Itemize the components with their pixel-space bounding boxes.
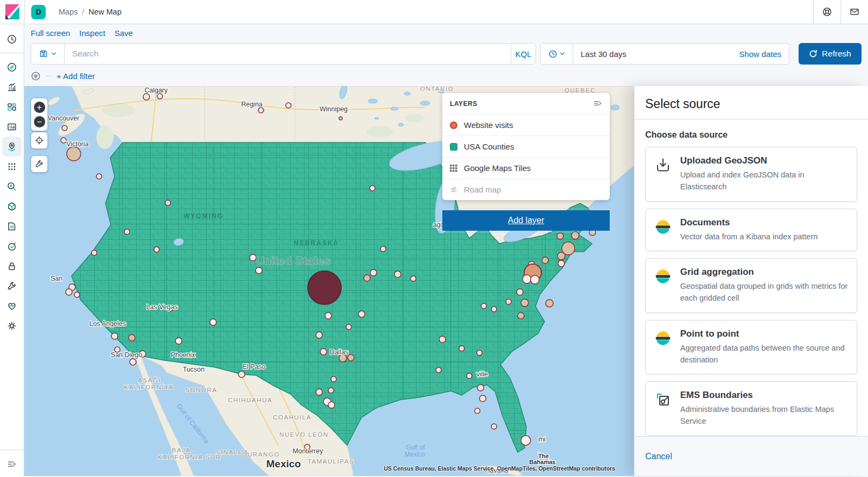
draw-tools-button[interactable] bbox=[31, 156, 47, 172]
website-visit-marker[interactable] bbox=[477, 350, 482, 355]
zoom-out-button[interactable]: − bbox=[31, 115, 47, 129]
website-visit-marker[interactable] bbox=[411, 276, 416, 281]
show-dates-button[interactable]: Show dates bbox=[739, 49, 789, 59]
website-visit-marker[interactable] bbox=[491, 424, 497, 429]
sidebar-item-dashboard[interactable] bbox=[2, 97, 22, 117]
kql-language-button[interactable]: KQL bbox=[511, 44, 535, 64]
website-visit-marker[interactable] bbox=[316, 389, 322, 395]
website-visit-marker[interactable] bbox=[531, 275, 539, 284]
website-visit-marker[interactable] bbox=[74, 292, 80, 297]
add-layer-button[interactable]: Add layer bbox=[442, 210, 610, 231]
website-visit-marker[interactable] bbox=[546, 300, 553, 307]
website-visit-marker[interactable] bbox=[286, 103, 291, 108]
website-visit-marker[interactable] bbox=[129, 334, 135, 341]
sidebar-item-visualize[interactable] bbox=[2, 77, 22, 97]
website-visit-marker[interactable] bbox=[130, 359, 136, 365]
website-visit-marker[interactable] bbox=[521, 436, 531, 445]
layer-row[interactable]: USA Counties bbox=[442, 136, 610, 157]
website-visit-marker[interactable] bbox=[250, 254, 256, 261]
website-visit-marker[interactable] bbox=[258, 108, 264, 113]
add-filter-button[interactable]: + Add filter bbox=[57, 72, 95, 81]
website-visit-marker[interactable] bbox=[558, 260, 564, 267]
website-visit-marker[interactable] bbox=[346, 324, 351, 330]
sidebar-item-monitoring[interactable] bbox=[2, 296, 22, 316]
sidebar-item-machine-learning[interactable] bbox=[2, 156, 22, 176]
website-visit-marker[interactable] bbox=[479, 395, 486, 402]
website-visit-marker[interactable] bbox=[157, 94, 163, 99]
website-visit-marker[interactable] bbox=[370, 186, 375, 191]
inspect-button[interactable]: Inspect bbox=[79, 29, 105, 38]
layer-row[interactable]: Google Maps Tiles bbox=[442, 157, 610, 179]
full-screen-button[interactable]: Full screen bbox=[31, 29, 70, 38]
website-visit-marker[interactable] bbox=[481, 303, 486, 309]
website-visit-marker[interactable] bbox=[506, 299, 511, 304]
website-visit-marker[interactable] bbox=[459, 346, 464, 351]
breadcrumb-maps[interactable]: Maps bbox=[59, 8, 77, 16]
newsfeed-button[interactable] bbox=[841, 0, 868, 24]
data-source-card[interactable]: Uploaded GeoJSONUpload and index GeoJSON… bbox=[645, 147, 857, 202]
website-visit-marker[interactable] bbox=[436, 367, 441, 373]
layer-row[interactable]: Website visits bbox=[442, 114, 610, 136]
zoom-in-button[interactable]: + bbox=[31, 100, 47, 115]
website-visit-marker[interactable] bbox=[523, 275, 531, 283]
collapse-nav-button[interactable] bbox=[2, 454, 22, 474]
data-source-card[interactable]: Point to pointAggregated data paths betw… bbox=[645, 320, 857, 375]
sidebar-item-canvas[interactable] bbox=[2, 117, 22, 137]
website-visit-marker[interactable] bbox=[517, 289, 523, 295]
save-button[interactable]: Save bbox=[115, 29, 133, 38]
set-view-button[interactable] bbox=[31, 132, 47, 148]
website-visit-marker[interactable] bbox=[348, 354, 354, 361]
sidebar-item-maps[interactable] bbox=[2, 137, 22, 156]
website-visit-marker[interactable] bbox=[328, 402, 335, 408]
website-visit-marker[interactable] bbox=[542, 257, 548, 264]
website-visit-marker[interactable] bbox=[467, 373, 472, 379]
sidebar-item-dev-tools[interactable] bbox=[2, 276, 22, 296]
website-visit-marker[interactable] bbox=[380, 246, 386, 252]
website-visit-marker[interactable] bbox=[364, 275, 370, 281]
website-visit-marker[interactable] bbox=[96, 174, 102, 179]
time-quick-select-button[interactable] bbox=[541, 44, 573, 64]
website-visit-marker[interactable] bbox=[165, 200, 171, 205]
refresh-button[interactable]: Refresh bbox=[799, 43, 862, 65]
website-visit-marker[interactable] bbox=[562, 242, 575, 255]
website-visit-marker[interactable] bbox=[571, 232, 579, 239]
website-visit-marker[interactable] bbox=[557, 233, 563, 239]
sidebar-item-uptime[interactable] bbox=[2, 236, 22, 256]
filter-icon[interactable] bbox=[31, 71, 41, 81]
website-visit-marker[interactable] bbox=[370, 269, 377, 276]
sidebar-item-siem[interactable] bbox=[2, 256, 22, 276]
website-visit-marker[interactable] bbox=[308, 271, 341, 304]
website-visit-marker[interactable] bbox=[521, 299, 528, 307]
space-avatar[interactable]: D bbox=[31, 5, 46, 19]
kibana-logo[interactable] bbox=[0, 0, 25, 24]
website-visit-marker[interactable] bbox=[66, 289, 72, 295]
website-visit-marker[interactable] bbox=[339, 117, 342, 120]
data-source-card[interactable]: EMS BoundariesAdministrative boundaries … bbox=[645, 381, 857, 436]
website-visit-marker[interactable] bbox=[331, 376, 336, 382]
time-range-value[interactable]: Last 30 days bbox=[573, 49, 739, 59]
data-source-card[interactable]: Grid aggregationGeospatial data grouped … bbox=[645, 258, 857, 313]
sidebar-item-recent[interactable] bbox=[2, 29, 22, 49]
sidebar-item-graph[interactable] bbox=[2, 176, 22, 196]
website-visit-marker[interactable] bbox=[475, 408, 480, 414]
help-button[interactable] bbox=[814, 0, 841, 24]
website-visit-marker[interactable] bbox=[256, 267, 262, 274]
sidebar-item-management[interactable] bbox=[2, 316, 22, 336]
layer-row[interactable]: Road map bbox=[442, 179, 610, 200]
website-visit-marker[interactable] bbox=[325, 312, 331, 319]
cancel-button[interactable]: Cancel bbox=[645, 452, 672, 461]
website-visit-marker[interactable] bbox=[61, 138, 66, 143]
data-source-card[interactable]: DocumentsVector data from a Kibana index… bbox=[645, 209, 857, 252]
website-visit-marker[interactable] bbox=[124, 229, 130, 234]
website-visit-marker[interactable] bbox=[175, 338, 182, 344]
website-visit-marker[interactable] bbox=[320, 348, 327, 355]
sidebar-item-discover[interactable] bbox=[2, 57, 22, 77]
website-visit-marker[interactable] bbox=[238, 371, 245, 378]
sidebar-item-infrastructure[interactable] bbox=[2, 196, 22, 216]
website-visit-marker[interactable] bbox=[210, 319, 216, 325]
sidebar-item-logs[interactable] bbox=[2, 216, 22, 236]
website-visit-marker[interactable] bbox=[491, 307, 497, 312]
website-visit-marker[interactable] bbox=[394, 271, 401, 277]
search-input[interactable] bbox=[65, 44, 511, 64]
website-visit-marker[interactable] bbox=[439, 336, 446, 343]
